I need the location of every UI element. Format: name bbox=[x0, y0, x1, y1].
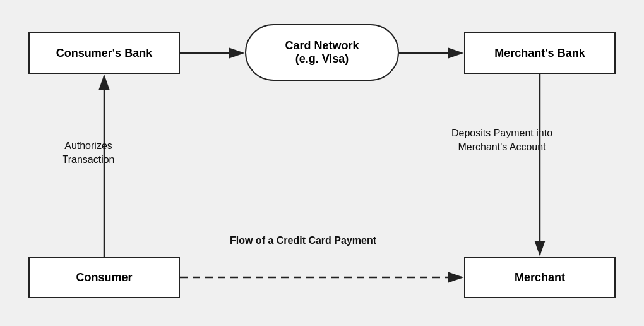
authorizes-label: Authorizes Transaction bbox=[38, 139, 139, 167]
card-network-box: Card Network(e.g. Visa) bbox=[245, 24, 399, 81]
merchants-bank-label: Merchant's Bank bbox=[494, 47, 585, 60]
flow-title-label: Flow of a Credit Card Payment bbox=[196, 234, 410, 248]
consumers-bank-label: Consumer's Bank bbox=[56, 47, 152, 60]
card-network-label: Card Network(e.g. Visa) bbox=[285, 39, 359, 66]
deposits-label: Deposits Payment into Merchant's Account bbox=[429, 126, 575, 155]
diagram: Consumer's Bank Card Network(e.g. Visa) … bbox=[0, 0, 644, 326]
consumers-bank-box: Consumer's Bank bbox=[28, 32, 180, 74]
consumer-label: Consumer bbox=[76, 271, 132, 284]
consumer-box: Consumer bbox=[28, 257, 180, 298]
merchants-bank-box: Merchant's Bank bbox=[464, 32, 616, 74]
merchant-label: Merchant bbox=[515, 271, 565, 284]
merchant-box: Merchant bbox=[464, 257, 616, 298]
